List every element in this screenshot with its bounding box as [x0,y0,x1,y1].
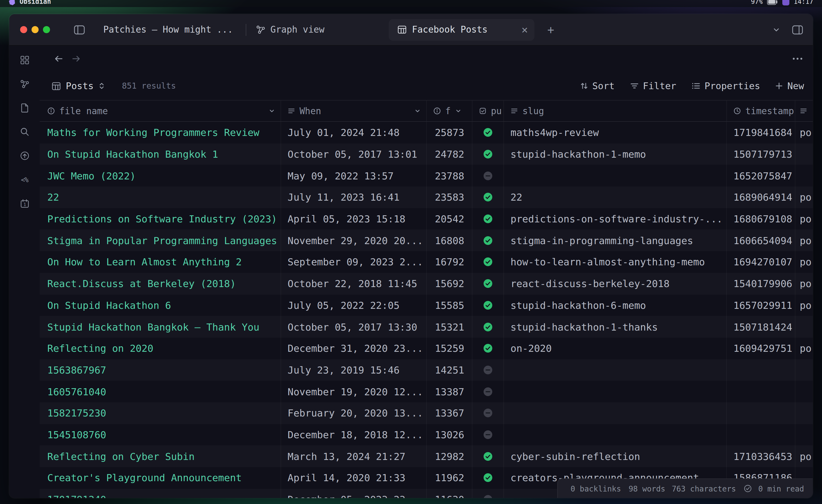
cell-tag[interactable] [795,424,813,445]
cell-tag[interactable] [795,143,813,165]
filter-button[interactable]: Filter [630,80,676,91]
cell-timestamp[interactable]: 1657029911 [727,295,795,316]
cell-f[interactable]: 24782 [427,143,472,165]
cell-file-name[interactable]: 1563867967 [40,359,281,381]
tab-graph-view[interactable]: Graph view [256,24,325,35]
cell-file-name[interactable]: Creator's Playground Announcement [40,467,281,489]
view-switcher[interactable]: Posts 851 results [52,80,176,91]
table-row[interactable]: Predictions on Software Industry (2023)A… [40,208,813,230]
cell-timestamp[interactable]: 1652075847 [727,165,795,186]
cell-timestamp[interactable]: 1609429751 [727,338,795,359]
cell-slug[interactable]: predictions-on-software-industry-... [504,208,727,230]
cell-f[interactable]: 11630 [427,489,472,498]
cell-file-name[interactable]: Predictions on Software Industry (2023) [40,208,281,230]
cell-when[interactable]: July 05, 2022 22:05 [281,295,427,316]
cell-file-name[interactable]: Reflecting on Cyber Subin [40,446,281,467]
cell-tag[interactable]: po [795,338,813,359]
cell-file-name[interactable]: 1605761040 [40,381,281,402]
column-header-slug[interactable]: slug [504,101,727,121]
table-row[interactable]: JWC Memo (2022)May 09, 2022 13:572378816… [40,165,813,186]
cell-f[interactable]: 13367 [427,402,472,424]
cell-file-name[interactable]: Stigma in Popular Programming Languages [40,230,281,251]
table-row[interactable]: Reflecting on Cyber SubinMarch 13, 2024 … [40,446,813,467]
cell-published[interactable] [472,381,504,402]
chevron-down-icon[interactable] [269,108,275,114]
cell-tag[interactable]: po [795,446,813,467]
table-row[interactable]: React.Discuss at Berkeley (2018)October … [40,273,813,295]
cell-published[interactable] [472,424,504,445]
cell-f[interactable]: 14251 [427,359,472,381]
document-icon[interactable] [19,103,30,112]
cell-f[interactable]: 12982 [427,446,472,467]
cell-slug[interactable]: how-to-learn-almost-anything-memo [504,251,727,273]
arrow-up-circle-icon[interactable] [19,151,30,160]
column-header-file-name[interactable]: file name [40,101,281,121]
cell-timestamp[interactable]: 1710336453 [727,446,795,467]
cell-published[interactable] [472,489,504,498]
cell-timestamp[interactable]: 1507179713 [727,143,795,165]
cell-slug[interactable]: cyber-subin-reflection [504,446,727,467]
table-row[interactable]: 1545108760December 18, 2018 12...13026 [40,424,813,445]
column-header-published[interactable]: pu [472,101,504,121]
close-tab-icon[interactable]: ✕ [522,24,528,35]
cell-when[interactable]: February 20, 2020 13... [281,402,427,424]
chevron-down-icon[interactable] [414,108,421,114]
table-row[interactable]: Reflecting on 2020December 31, 2020 23..… [40,338,813,359]
cell-when[interactable]: July 23, 2019 15:46 [281,359,427,381]
table-row[interactable]: On Stupid Hackathon 6July 05, 2022 22:05… [40,295,813,316]
menu-status-badge[interactable] [782,0,789,5]
more-options-icon[interactable] [792,57,803,60]
template-icon[interactable]: <% [19,174,30,184]
cell-when[interactable]: November 29, 2020 20... [281,230,427,251]
cell-tag[interactable] [795,359,813,381]
cell-slug[interactable] [504,165,727,186]
cell-when[interactable]: October 05, 2017 13:30 [281,316,427,337]
table-row[interactable]: 22July 11, 2023 16:4123583221689064914po [40,186,813,208]
cell-slug[interactable]: stupid-hackathon-1-memo [504,143,727,165]
cell-when[interactable]: December 18, 2018 12... [281,424,427,445]
cell-file-name[interactable]: On Stupid Hackathon 6 [40,295,281,316]
cell-published[interactable] [472,338,504,359]
cell-published[interactable] [472,251,504,273]
cell-slug[interactable] [504,424,727,445]
cell-tag[interactable] [795,165,813,186]
cell-f[interactable]: 25873 [427,122,472,143]
menu-app-name[interactable]: Obsidian [20,0,51,5]
cell-timestamp[interactable]: 1689064914 [727,186,795,208]
cell-tag[interactable]: po [795,122,813,143]
cell-when[interactable]: November 19, 2020 12... [281,381,427,402]
cell-file-name[interactable]: Stupid Hackathon Bangkok — Thank You [40,316,281,337]
cell-slug[interactable]: on-2020 [504,338,727,359]
cell-when[interactable]: December 05, 2023 23... [281,489,427,498]
table-row[interactable]: Stigma in Popular Programming LanguagesN… [40,230,813,251]
cell-published[interactable] [472,359,504,381]
cell-tag[interactable]: po [795,186,813,208]
cell-tag[interactable]: po [795,230,813,251]
cell-tag[interactable]: po [795,273,813,295]
cell-timestamp[interactable]: 1606654094 [727,230,795,251]
cell-f[interactable]: 13387 [427,381,472,402]
properties-button[interactable]: Properties [692,80,760,91]
cell-when[interactable]: April 14, 2020 21:33 [281,467,427,489]
cell-slug[interactable] [504,359,727,381]
cell-published[interactable] [472,467,504,489]
close-window-button[interactable] [20,26,27,33]
cell-published[interactable] [472,402,504,424]
cell-slug[interactable]: 22 [504,186,727,208]
cell-file-name[interactable]: JWC Memo (2022) [40,165,281,186]
cell-when[interactable]: October 05, 2017 13:01 [281,143,427,165]
cell-slug[interactable]: stupid-hackathon-6-memo [504,295,727,316]
cell-tag[interactable] [795,316,813,337]
cell-file-name[interactable]: React.Discuss at Berkeley (2018) [40,273,281,295]
table-row[interactable]: 1563867967July 23, 2019 15:4614251 [40,359,813,381]
cell-slug[interactable]: maths4wp-review [504,122,727,143]
cell-file-name[interactable]: 1701791240 [40,489,281,498]
cell-published[interactable] [472,273,504,295]
column-header-timestamp[interactable]: timestamp [727,101,795,121]
table-row[interactable]: On Stupid Hackathon Bangkok 1October 05,… [40,143,813,165]
search-icon[interactable] [19,127,30,136]
cell-timestamp[interactable] [727,359,795,381]
cell-timestamp[interactable]: 1680679108 [727,208,795,230]
cell-f[interactable]: 15321 [427,316,472,337]
cell-when[interactable]: July 01, 2024 21:48 [281,122,427,143]
